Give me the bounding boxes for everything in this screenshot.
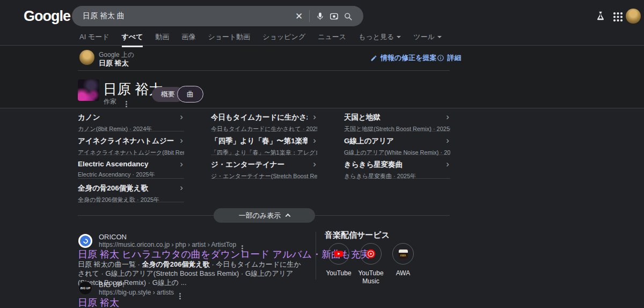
search-icon[interactable] <box>341 9 355 23</box>
song-row[interactable]: 「四季」より「春」〜第1楽章：アレ... 「四季」より「春」〜第1楽章：アレグロ… <box>211 131 317 155</box>
awa-logo-text: AWA <box>400 254 406 259</box>
song-row[interactable]: Electric Ascendancy Electric Ascendancy … <box>78 155 184 179</box>
song-row[interactable]: 全身の骨206個覚え歌 全身の骨206個覚え歌 · 2025年 › <box>78 179 184 202</box>
oricon-favicon <box>78 234 92 248</box>
tab-news[interactable]: ニュース <box>318 32 346 46</box>
services-heading: 音楽配信サービス <box>325 230 390 240</box>
tabs-divider <box>0 45 644 46</box>
suggest-edit-link[interactable]: 情報の修正を提案 <box>370 53 437 63</box>
entity-thumbnail[interactable] <box>78 79 99 101</box>
x-glyph: ✕ <box>295 12 303 21</box>
song-title: Electric Ascendancy <box>78 160 174 168</box>
chip-label: 概要 <box>161 90 175 99</box>
chevron-right-icon: › <box>446 135 449 146</box>
chip-songs[interactable]: 曲 <box>177 86 203 102</box>
result-more-options-icon[interactable] <box>241 241 246 248</box>
service-youtube[interactable]: YouTube <box>323 243 355 277</box>
search-bar[interactable]: 日原 裕太 曲 ✕ <box>72 6 363 26</box>
service-label: YouTube Music <box>355 269 387 285</box>
service-youtube-music[interactable]: YouTube Music <box>355 243 387 285</box>
three-dots-glyph <box>179 293 181 295</box>
tab-label: AI モード <box>79 32 109 42</box>
song-meta: 全身の骨206個覚え歌 · 2025年 <box>78 196 184 204</box>
claim-actions: 情報の修正を提案 詳細 <box>370 53 450 63</box>
chevron-right-icon: › <box>180 159 183 170</box>
service-label: YouTube <box>326 269 351 277</box>
search-input[interactable]: 日原 裕太 曲 <box>83 11 292 21</box>
songs-column-2: 今日もタイムカードに生かされて 今日もタイムカードに生かされて · 2025年 … <box>211 108 317 179</box>
result-url-row[interactable]: https://big-up.style › artists <box>99 289 184 296</box>
tab-tools[interactable]: ツール <box>413 32 442 46</box>
song-row[interactable]: ジ・エンターテイナー ジ・エンターテイナー(Stretch Boost Remi… <box>211 155 317 179</box>
chip-label: 曲 <box>187 90 194 99</box>
service-label: AWA <box>396 269 410 277</box>
bigup-favicon: BIG UP <box>78 281 92 295</box>
song-row[interactable]: きらきら星変奏曲 きらきら星変奏曲 · 2025年 › <box>344 155 450 179</box>
tab-more[interactable]: もっと見る <box>358 32 401 46</box>
song-title: 天国と地獄 <box>344 113 441 122</box>
result-site-name[interactable]: ORICON <box>99 233 127 241</box>
tab-label: もっと見る <box>358 32 394 42</box>
details-link[interactable]: 詳細 <box>437 53 462 63</box>
tab-label: ツール <box>413 32 435 42</box>
info-icon <box>437 54 444 62</box>
oricon-disc <box>80 236 91 246</box>
chevron-right-icon: › <box>180 182 183 193</box>
google-apps-icon[interactable] <box>613 12 623 21</box>
song-row[interactable]: G線上のアリア G線上のアリア(White Noise Remix) · 202… <box>344 131 450 155</box>
awa-icon[interactable]: AWA <box>392 243 414 265</box>
tab-videos[interactable]: 動画 <box>155 32 169 46</box>
song-row[interactable]: 天国と地獄 天国と地獄(Stretch Boost Remix) · 2025年… <box>344 108 450 131</box>
tab-label: 動画 <box>155 32 169 42</box>
chevron-right-icon: › <box>180 135 183 146</box>
google-logo[interactable]: Google <box>24 8 70 25</box>
tab-images[interactable]: 画像 <box>181 32 195 46</box>
song-title: アイネクライネナハトムジーク <box>78 136 174 146</box>
snippet-text: 日原 裕太の曲一覧 · <box>78 260 142 268</box>
tab-label: ショート動画 <box>208 32 250 42</box>
result-site-name[interactable]: BIG UP! <box>99 281 125 289</box>
chevron-down-icon <box>397 36 401 38</box>
chevron-up-icon <box>286 214 291 219</box>
song-meta: ジ・エンターテイナー(Stretch Boost Remix) · 2025年 <box>211 172 317 180</box>
oricon-swirl <box>82 238 89 245</box>
song-title: 今日もタイムカードに生かされて <box>211 113 308 122</box>
song-row[interactable]: カノン カノン(8bit Remix) · 2024年 › <box>78 108 184 131</box>
labs-icon[interactable] <box>595 10 606 22</box>
chevron-right-icon: › <box>446 159 449 170</box>
tab-shopping[interactable]: ショッピング <box>262 32 305 46</box>
services-divider <box>316 232 316 280</box>
songs-column-3: 天国と地獄 天国と地獄(Stretch Boost Remix) · 2025年… <box>344 108 450 179</box>
mic-icon[interactable] <box>313 9 327 23</box>
show-less-button[interactable]: 一部のみ表示 <box>214 208 315 223</box>
apps-grid-dots <box>613 12 616 14</box>
lens-icon[interactable] <box>327 9 341 23</box>
song-title: 「四季」より「春」〜第1楽章：アレ... <box>211 136 308 146</box>
search-separator <box>309 10 310 22</box>
service-awa[interactable]: AWA AWA <box>387 243 419 277</box>
tab-label: すべて <box>122 32 143 42</box>
entity-more-options-icon[interactable] <box>126 95 131 102</box>
clear-search-icon[interactable]: ✕ <box>292 9 306 23</box>
result-more-options-icon[interactable] <box>179 289 184 296</box>
song-title: きらきら星変奏曲 <box>344 160 441 170</box>
result-url-row[interactable]: https://music.oricon.co.jp › php › artis… <box>99 241 246 248</box>
tab-ai-mode[interactable]: AI モード <box>79 32 109 46</box>
entity-subtitle: 作家 <box>104 97 116 106</box>
tab-short-videos[interactable]: ショート動画 <box>208 32 250 46</box>
result-url: https://big-up.style › artists <box>99 289 174 296</box>
tab-label: ショッピング <box>262 32 305 42</box>
result-url: https://music.oricon.co.jp › php › artis… <box>99 241 236 248</box>
account-avatar[interactable] <box>626 9 641 24</box>
youtube-icon[interactable] <box>328 243 349 265</box>
song-title: 全身の骨206個覚え歌 <box>78 184 174 193</box>
snippet-bold-text: 全身の骨206個覚え歌 <box>142 260 209 268</box>
youtube-music-icon[interactable] <box>360 243 382 265</box>
song-row[interactable]: 今日もタイムカードに生かされて 今日もタイムカードに生かされて · 2025年 … <box>211 108 317 131</box>
tab-label: 画像 <box>181 32 195 42</box>
tab-label: ニュース <box>318 32 346 42</box>
song-meta: Electric Ascendancy · 2025年 <box>78 171 184 179</box>
chevron-down-icon <box>437 36 442 38</box>
song-row[interactable]: アイネクライネナハトムジーク アイネクライネナハトムジーク(8bit Remix… <box>78 131 184 155</box>
result-title-link[interactable]: 日原 裕太 <box>78 296 119 308</box>
